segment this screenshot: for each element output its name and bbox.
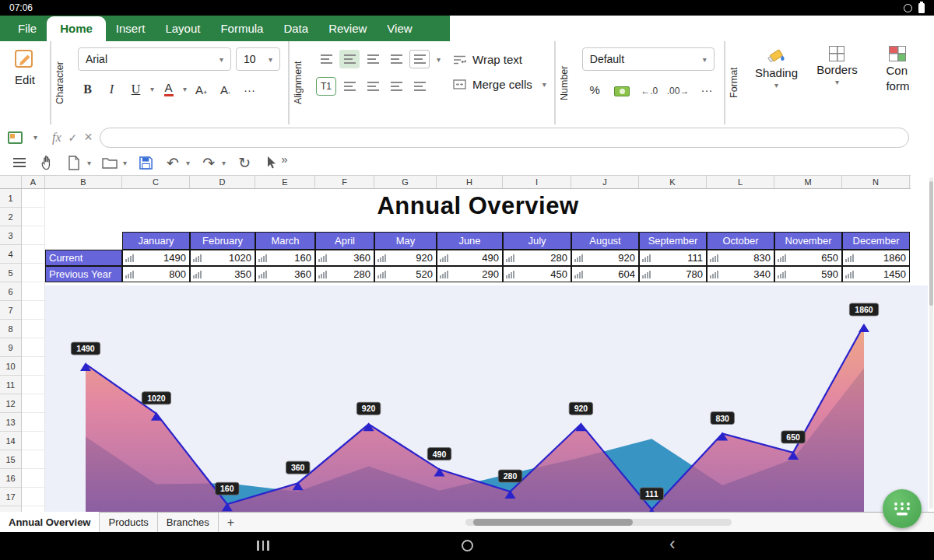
value-cell[interactable]: 604 (571, 266, 639, 282)
value-cell[interactable]: 340 (707, 266, 774, 282)
superscript-button[interactable]: A+ (191, 79, 211, 99)
column-header-G[interactable]: G (374, 176, 437, 188)
number-format-select[interactable]: Default ▾ (582, 47, 715, 71)
align-left-button[interactable] (339, 77, 360, 96)
vertical-scrollbar[interactable] (929, 177, 933, 509)
column-header-A[interactable]: A (22, 176, 45, 188)
column-header-C[interactable]: C (122, 176, 190, 188)
open-folder-icon[interactable] (101, 154, 118, 171)
menu-tab-layout[interactable]: Layout (155, 17, 210, 41)
row-header-1[interactable]: 1 (0, 189, 21, 208)
wrap-text-button[interactable]: Wrap text (453, 53, 546, 66)
column-header-J[interactable]: J (571, 176, 639, 188)
confirm-entry-button[interactable]: ✓ (68, 131, 78, 144)
vertical-scrollbar-thumb[interactable] (929, 181, 933, 306)
decrease-decimal-button[interactable]: ←.0 (640, 79, 659, 99)
column-header-B[interactable]: B (45, 176, 122, 188)
value-cell[interactable]: 780 (639, 266, 707, 282)
column-header-M[interactable]: M (774, 176, 842, 188)
recents-button[interactable] (257, 541, 269, 551)
row-header-14[interactable]: 14 (0, 432, 21, 450)
row-header-5[interactable]: 5 (0, 264, 21, 282)
chevron-down-icon[interactable]: ▾ (437, 55, 441, 64)
row-header-12[interactable]: 12 (0, 394, 21, 413)
font-size-select[interactable]: 10 ▾ (236, 47, 280, 71)
add-sheet-button[interactable]: + (219, 513, 243, 532)
line-spacing-button[interactable] (409, 50, 430, 68)
menu-tab-review[interactable]: Review (318, 17, 377, 41)
chevron-down-icon[interactable]: ▾ (222, 159, 226, 167)
chevron-down-icon[interactable]: ▾ (87, 159, 91, 167)
menu-tab-home[interactable]: Home (47, 16, 106, 41)
column-header-I[interactable]: I (503, 176, 571, 188)
row-header-16[interactable]: 16 (0, 469, 21, 488)
select-pointer-icon[interactable] (263, 154, 280, 171)
value-cell[interactable]: 650 (774, 250, 842, 266)
font-name-select[interactable]: Arial ▾ (78, 47, 231, 71)
value-cell[interactable]: 290 (437, 266, 503, 282)
menu-tab-view[interactable]: View (377, 17, 422, 41)
align-center-button[interactable] (363, 77, 383, 96)
month-header-cell[interactable]: October (707, 232, 774, 250)
value-cell[interactable]: 920 (571, 250, 639, 266)
row-header-3[interactable]: 3 (0, 226, 21, 245)
month-header-cell[interactable]: January (122, 232, 190, 250)
value-cell[interactable]: 490 (437, 250, 503, 266)
row-header-10[interactable]: 10 (0, 357, 21, 376)
row-header-6[interactable]: 6 (0, 282, 21, 301)
value-cell[interactable]: 450 (503, 266, 571, 282)
value-cell[interactable]: 280 (503, 250, 571, 266)
value-cell[interactable]: 360 (315, 250, 374, 266)
home-button[interactable] (462, 540, 473, 551)
row-header-13[interactable]: 13 (0, 413, 21, 432)
valign-center-button[interactable] (339, 50, 360, 68)
month-header-cell[interactable]: September (639, 232, 707, 250)
chevron-down-icon[interactable]: ▾ (33, 133, 37, 142)
month-header-cell[interactable]: February (190, 232, 255, 250)
row-header-9[interactable]: 9 (0, 338, 21, 357)
month-header-cell[interactable]: May (374, 232, 437, 250)
value-cell[interactable]: 1020 (190, 250, 255, 266)
keyboard-fab[interactable] (883, 489, 922, 528)
merge-cells-button[interactable]: Merge cells ▾ (453, 78, 546, 91)
row-label-cell[interactable]: Previous Year (45, 266, 122, 282)
sheet-tab-products[interactable]: Products (100, 513, 157, 532)
cancel-entry-button[interactable]: × (84, 129, 93, 145)
pan-hand-icon[interactable] (38, 154, 55, 171)
value-cell[interactable]: 350 (190, 266, 255, 282)
formula-input[interactable] (100, 128, 909, 148)
horizontal-scrollbar-thumb[interactable] (473, 519, 633, 526)
valign-top-button[interactable] (316, 50, 336, 68)
percent-button[interactable]: % (585, 79, 605, 99)
align-right-button[interactable] (386, 77, 406, 96)
row-header-2[interactable]: 2 (0, 208, 21, 226)
increase-decimal-button[interactable]: .00→ (667, 79, 690, 99)
bold-button[interactable]: B (78, 79, 97, 99)
menu-tab-data[interactable]: Data (273, 17, 318, 41)
value-cell[interactable]: 520 (374, 266, 437, 282)
row-header-15[interactable]: 15 (0, 450, 21, 469)
select-all-corner[interactable] (0, 176, 22, 188)
value-cell[interactable]: 111 (639, 250, 707, 266)
month-header-cell[interactable]: April (315, 232, 374, 250)
month-header-cell[interactable]: December (842, 232, 910, 250)
month-header-cell[interactable]: July (503, 232, 571, 250)
month-header-cell[interactable]: November (774, 232, 842, 250)
row-header-18[interactable]: 18 (0, 506, 21, 512)
number-overflow-button[interactable]: ··· (697, 79, 716, 99)
undo-icon[interactable]: ↶ (164, 154, 181, 171)
value-cell[interactable]: 1450 (842, 266, 910, 282)
month-header-cell[interactable]: August (571, 232, 639, 250)
back-button[interactable]: ‹ (669, 534, 676, 555)
shading-button[interactable]: Shading ▾ (752, 46, 800, 124)
subscript-button[interactable]: A- (216, 79, 235, 99)
underline-button[interactable]: U ▾ (126, 79, 154, 99)
row-label-cell[interactable]: Current (45, 250, 122, 266)
month-header-cell[interactable]: June (437, 232, 503, 250)
row-header-7[interactable]: 7 (0, 301, 21, 320)
row-header-8[interactable]: 8 (0, 320, 21, 338)
value-cell[interactable]: 280 (315, 266, 374, 282)
value-cell[interactable]: 1490 (122, 250, 190, 266)
toolbar-overflow[interactable]: » (281, 152, 287, 166)
refresh-icon[interactable]: ↻ (236, 154, 253, 171)
